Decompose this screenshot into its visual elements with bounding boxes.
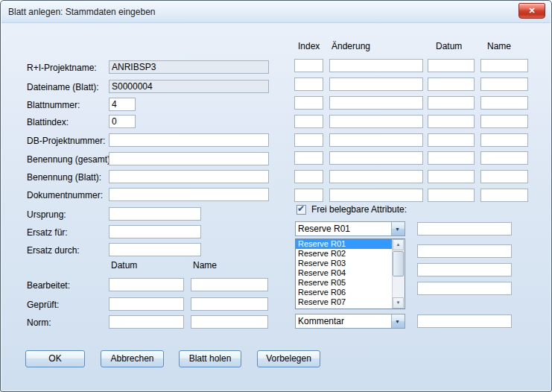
revision-name-input[interactable] xyxy=(480,133,528,147)
attribute-combobox[interactable]: Reserve R01 ▼ xyxy=(295,221,405,236)
revision-index-input[interactable] xyxy=(294,115,323,128)
revision-name-input[interactable] xyxy=(480,151,528,165)
scroll-down-icon[interactable]: ▼ xyxy=(393,297,404,309)
scrollbar-thumb[interactable] xyxy=(393,251,404,276)
blatt-holen-button[interactable]: Blatt holen xyxy=(179,350,241,367)
revision-datum-input[interactable] xyxy=(428,133,475,147)
benennung-blatt-field[interactable] xyxy=(109,170,269,183)
blattnummer-field[interactable] xyxy=(109,98,136,111)
revision-name-header: Name xyxy=(487,41,511,51)
revision-name-input[interactable] xyxy=(480,189,528,202)
revision-aenderung-input[interactable] xyxy=(329,59,423,72)
norm-datum-field[interactable] xyxy=(109,315,184,329)
projektname-label: R+I-Projektname: xyxy=(27,63,97,73)
revision-aenderung-header: Änderung xyxy=(331,41,370,51)
frei-attribute-checkbox[interactable]: ✔ xyxy=(296,205,306,215)
benennung-gesamt-label: Benennung (gesamt): xyxy=(27,154,112,165)
revision-name-input[interactable] xyxy=(480,115,528,128)
bearbeitet-name-field[interactable] xyxy=(191,278,268,291)
list-item-reserve-r03[interactable]: Reserve R03 xyxy=(296,259,393,268)
revision-datum-input[interactable] xyxy=(428,96,475,110)
revision-datum-input[interactable] xyxy=(428,170,475,183)
revision-index-input[interactable] xyxy=(294,151,323,165)
chevron-down-icon: ▼ xyxy=(395,227,400,232)
combo-dropdown-button[interactable]: ▼ xyxy=(391,222,405,235)
revision-aenderung-input[interactable] xyxy=(329,96,423,110)
list-item-reserve-r07[interactable]: Reserve R07 xyxy=(296,297,393,307)
revision-index-input[interactable] xyxy=(294,133,323,147)
revision-datum-input[interactable] xyxy=(428,151,475,165)
attribute-value-field-2[interactable] xyxy=(417,244,512,258)
attribute-dropdown-list: Reserve R01 Reserve R02 Reserve R03 Rese… xyxy=(295,238,405,309)
name-column-header: Name xyxy=(193,260,217,271)
list-item-reserve-r01[interactable]: Reserve R01 xyxy=(296,239,393,249)
revision-name-input[interactable] xyxy=(480,96,528,110)
datum-column-header: Datum xyxy=(111,260,137,271)
db-projektnummer-field[interactable] xyxy=(109,133,269,147)
geprueft-datum-field[interactable] xyxy=(109,297,184,311)
dateiname-field xyxy=(109,80,269,93)
revision-datum-input[interactable] xyxy=(428,189,475,202)
close-icon: ✕ xyxy=(528,6,535,15)
dokumentnummer-field[interactable] xyxy=(109,188,269,201)
list-item-reserve-r05[interactable]: Reserve R05 xyxy=(296,278,393,288)
kommentar-combobox-value: Kommentar xyxy=(298,316,390,326)
revision-aenderung-input[interactable] xyxy=(329,115,423,128)
blattindex-field[interactable] xyxy=(109,115,136,128)
projektname-field xyxy=(109,60,269,74)
ersatz-fuer-field[interactable] xyxy=(109,225,201,238)
title-bar[interactable]: Blatt anlegen: Stammdaten eingeben ✕ xyxy=(1,1,551,23)
kommentar-combobox[interactable]: Kommentar ▼ xyxy=(295,314,405,329)
kommentar-value-field[interactable] xyxy=(417,314,512,328)
revision-index-input[interactable] xyxy=(294,189,323,202)
ersatz-durch-label: Ersatz durch: xyxy=(27,245,80,256)
revision-aenderung-input[interactable] xyxy=(329,189,423,202)
bearbeitet-datum-field[interactable] xyxy=(109,278,184,291)
bearbeitet-label: Bearbeitet: xyxy=(27,280,70,291)
attribute-combobox-value: Reserve R01 xyxy=(298,224,390,234)
list-scrollbar[interactable]: ▲ ▼ xyxy=(392,239,405,309)
revision-name-input[interactable] xyxy=(480,170,528,183)
benennung-gesamt-field[interactable] xyxy=(109,152,269,165)
revision-index-input[interactable] xyxy=(294,170,323,183)
norm-label: Norm: xyxy=(27,317,51,328)
revision-datum-input[interactable] xyxy=(428,78,475,91)
revision-aenderung-input[interactable] xyxy=(329,78,423,91)
geprueft-name-field[interactable] xyxy=(191,297,268,311)
vorbelegen-button[interactable]: Vorbelegen xyxy=(257,350,320,367)
dokumentnummer-label: Dokumentnummer: xyxy=(27,190,103,200)
attribute-value-field-3[interactable] xyxy=(417,263,512,276)
blattnummer-label: Blattnummer: xyxy=(27,100,80,110)
list-item-reserve-r06[interactable]: Reserve R06 xyxy=(296,288,393,297)
revision-datum-input[interactable] xyxy=(428,59,475,72)
benennung-blatt-label: Benennung (Blatt): xyxy=(27,172,101,183)
ersatz-durch-field[interactable] xyxy=(109,243,201,256)
dialog-title: Blatt anlegen: Stammdaten eingeben xyxy=(8,7,155,17)
combo-dropdown-button[interactable]: ▼ xyxy=(391,314,405,328)
revision-index-input[interactable] xyxy=(294,96,323,110)
revision-datum-header: Datum xyxy=(436,41,462,51)
ok-button[interactable]: OK xyxy=(25,350,85,367)
ursprung-field[interactable] xyxy=(109,207,201,221)
attribute-value-field-1[interactable] xyxy=(417,222,512,235)
revision-aenderung-input[interactable] xyxy=(329,151,423,165)
norm-name-field[interactable] xyxy=(191,315,268,329)
checkmark-icon: ✔ xyxy=(297,203,305,214)
revision-aenderung-input[interactable] xyxy=(329,170,423,183)
list-item-reserve-r02[interactable]: Reserve R02 xyxy=(296,249,393,259)
revision-index-input[interactable] xyxy=(294,78,323,91)
scroll-up-icon[interactable]: ▲ xyxy=(393,239,404,250)
revision-aenderung-input[interactable] xyxy=(329,133,423,147)
revision-name-input[interactable] xyxy=(480,59,528,72)
abbrechen-button[interactable]: Abbrechen xyxy=(101,350,164,367)
revision-index-input[interactable] xyxy=(294,59,323,72)
close-button[interactable]: ✕ xyxy=(518,3,545,19)
dateiname-label: Dateiname (Blatt): xyxy=(27,82,99,92)
revision-name-input[interactable] xyxy=(480,78,528,91)
dialog-window: Blatt anlegen: Stammdaten eingeben ✕ R+I… xyxy=(0,0,552,392)
list-item-reserve-r04[interactable]: Reserve R04 xyxy=(296,268,393,278)
frei-attribute-label: Frei belegbare Attribute: xyxy=(311,204,407,215)
db-projektnummer-label: DB-Projektnummer: xyxy=(27,136,105,146)
revision-datum-input[interactable] xyxy=(428,115,475,128)
attribute-value-field-4[interactable] xyxy=(417,282,512,295)
